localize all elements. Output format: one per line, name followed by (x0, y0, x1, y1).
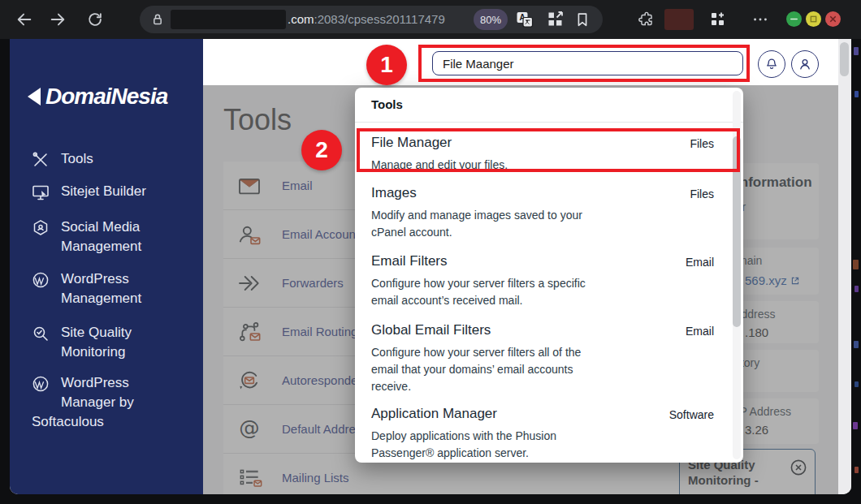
browser-menu-dots-icon[interactable] (751, 10, 770, 29)
site-quality-icon (31, 323, 50, 362)
annotation-step-2: 2 (301, 130, 342, 170)
sidebar-item-label: Management (61, 237, 141, 256)
logo-text: DomaiNesia (45, 84, 167, 110)
apps-grid-plus-icon[interactable] (708, 10, 728, 29)
window-close-button[interactable] (825, 11, 841, 27)
desktop-sliver-speck (853, 422, 858, 429)
zoom-level-badge[interactable]: 80% (474, 9, 508, 30)
result-description: Modify and manage images saved to your (371, 207, 582, 224)
browser-toolbar: .com:2083/cpsess201117479 80% A (0, 0, 861, 39)
address-bar[interactable]: .com:2083/cpsess201117479 80% A (140, 6, 603, 33)
result-category: Files (690, 187, 714, 200)
screenshot-stage: .com:2083/cpsess201117479 80% A (0, 0, 861, 504)
redacted-url-domain (171, 10, 286, 29)
sidebar-item-label: Manager by (61, 393, 134, 412)
user-icon (797, 56, 813, 72)
window-minimize-button[interactable] (786, 11, 802, 27)
sidebar-item-label: Monitoring (61, 342, 132, 362)
forward-arrow-icon (49, 11, 67, 28)
desktop-sliver-speck (855, 286, 859, 292)
result-description: Deploy applications with the Phusion (371, 428, 556, 445)
back-button[interactable] (15, 10, 34, 29)
domainesia-logo: DomaiNesia (28, 84, 167, 110)
result-description: Configure how your server filters a spec… (371, 275, 586, 292)
page-scrollbar[interactable] (838, 39, 851, 494)
sidebar-item-label: Tools (61, 149, 93, 169)
reload-icon (86, 11, 104, 28)
window-maximize-button[interactable] (806, 11, 821, 27)
logo-triangle-icon (28, 88, 41, 106)
dropdown-divider (355, 122, 743, 123)
notifications-button[interactable] (758, 50, 785, 78)
result-application-manager[interactable]: Application Manager Software Deploy appl… (371, 406, 714, 463)
forward-button[interactable] (48, 10, 67, 29)
extensions-puzzle-icon[interactable] (637, 10, 656, 29)
tools-icon (31, 149, 50, 170)
result-description: receive. (371, 378, 581, 395)
lock-icon (149, 11, 166, 28)
result-category: Software (669, 408, 714, 421)
annotation-step-1: 1 (366, 45, 407, 85)
result-description: Passenger® application server. (371, 445, 556, 462)
result-title: Application Manager (371, 406, 497, 422)
sidebar-item-label: Sitejet Builder (61, 182, 146, 201)
sitejet-builder-icon (31, 182, 50, 202)
desktop-sliver-speck (854, 341, 859, 348)
result-images[interactable]: Images Files Modify and manage images sa… (371, 185, 714, 244)
desktop-sliver-speck (855, 91, 859, 97)
result-category: Email (686, 256, 714, 269)
url-text: .com:2083/cpsess201117479 (288, 12, 445, 26)
result-global-email-filters[interactable]: Global Email Filters Email Configure how… (371, 322, 714, 398)
share-tab-icon[interactable] (546, 10, 565, 29)
wordpress-icon (31, 269, 50, 308)
dropdown-section-header: Tools (371, 97, 403, 111)
reload-button[interactable] (85, 10, 105, 29)
sidebar-item-label: Site Quality (61, 323, 132, 342)
page-viewport: DomaiNesia Tools Sitejet Builder Social … (10, 39, 851, 494)
desktop-sliver-speck (853, 260, 859, 269)
result-description: email account’s received mail. (371, 292, 586, 309)
sidebar-item-site-quality-monitoring[interactable]: Site QualityMonitoring (31, 323, 132, 362)
user-account-button[interactable] (791, 50, 819, 78)
sidebar-item-social-media-management[interactable]: Social MediaManagement (31, 218, 141, 256)
sidebar-item-label: WordPress (61, 269, 141, 289)
result-title: Global Email Filters (371, 322, 491, 338)
social-media-icon (31, 218, 50, 256)
annotation-box-search (418, 45, 750, 82)
sidebar-item-label: WordPress (61, 373, 134, 393)
sidebar-item-tools[interactable]: Tools (31, 149, 93, 170)
sidebar-item-wordpress-manager-softaculous[interactable]: WordPressManager bySoftaculous (31, 373, 134, 432)
result-description: email that your domains’ email accounts (371, 361, 581, 378)
sidebar: DomaiNesia Tools Sitejet Builder Social … (10, 39, 203, 494)
sidebar-item-label: Social Media (61, 218, 141, 237)
page-scrollbar-thumb[interactable] (840, 42, 849, 76)
bookmark-icon[interactable] (573, 11, 591, 28)
desktop-sliver-speck (855, 381, 859, 387)
result-title: Images (371, 185, 417, 201)
translate-icon[interactable]: A (515, 10, 534, 29)
annotation-box-file-manager (357, 128, 740, 172)
result-email-filters[interactable]: Email Filters Email Configure how your s… (371, 253, 714, 312)
desktop-sliver-speck (855, 467, 859, 473)
sidebar-item-label: Softaculous (32, 412, 134, 432)
sidebar-item-label: Management (61, 289, 141, 308)
result-title: Email Filters (371, 253, 448, 269)
sidebar-item-sitejet-builder[interactable]: Sitejet Builder (31, 182, 146, 202)
sidebar-item-wordpress-management[interactable]: WordPressManagement (31, 269, 141, 308)
bell-icon (764, 56, 780, 72)
back-arrow-icon (15, 11, 33, 28)
result-category: Email (686, 325, 714, 338)
result-description: Configure how your server filters all of… (371, 344, 581, 361)
redacted-profile-avatar[interactable] (664, 9, 694, 30)
result-description: cPanel account. (371, 224, 582, 241)
desktop-sliver-speck (854, 47, 859, 55)
url-domain-suffix: .com (288, 12, 314, 26)
url-path: :2083/cpsess201117479 (314, 12, 445, 26)
